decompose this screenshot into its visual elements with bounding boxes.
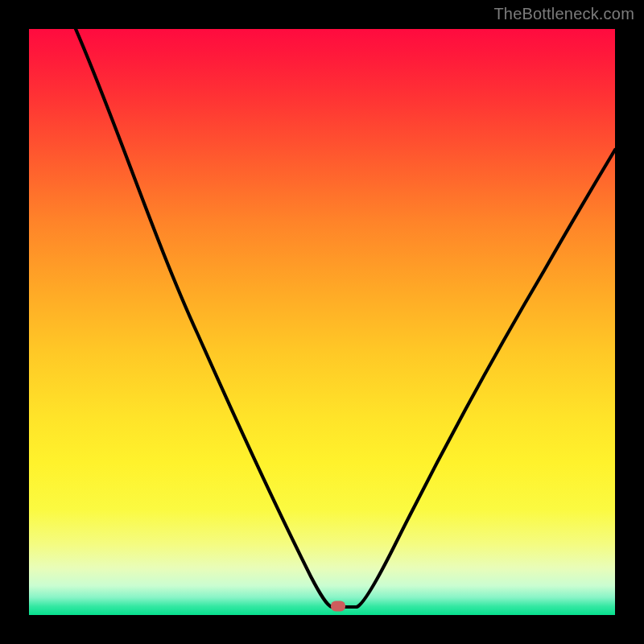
watermark-text: TheBottleneck.com (493, 5, 634, 23)
optimal-marker (331, 601, 345, 612)
bottleneck-curve (29, 29, 615, 615)
chart-frame: TheBottleneck.com (0, 0, 644, 644)
plot-area (29, 29, 615, 615)
